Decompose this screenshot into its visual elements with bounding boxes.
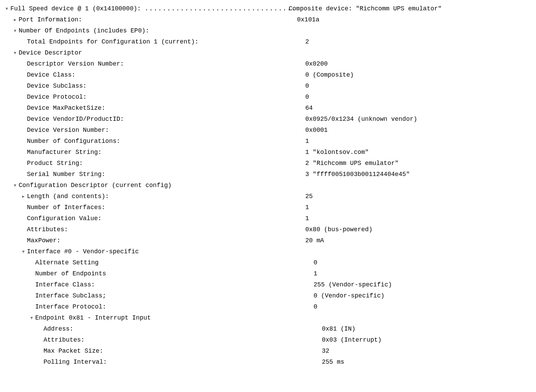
label-text: Max Packet Size:	[44, 347, 103, 354]
label-text: Alternate Setting	[35, 259, 99, 266]
row-value: 0x0001	[305, 125, 530, 136]
row-label: ▼Address:	[6, 324, 322, 335]
row-label: ▼Device Descriptor	[6, 48, 297, 59]
row-label: ▼Full Speed device @ 1 (0x14100000): ...…	[6, 3, 289, 14]
row-label: ▶Length (and contents):	[6, 191, 305, 202]
disclosure-down-icon[interactable]: ▼	[30, 313, 35, 323]
disclosure-down-icon[interactable]: ▼	[14, 180, 19, 191]
tree-row[interactable]: ▶Length (and contents):25	[6, 191, 530, 202]
disclosure-down-icon[interactable]: ▼	[14, 48, 19, 58]
tree-row: ▼Manufacturer String:1 "kolontsov.com"	[6, 147, 530, 158]
label-text: Device Protocol:	[27, 94, 87, 100]
disclosure-spacer: ▼	[39, 324, 44, 334]
label-text: MaxPower:	[27, 237, 60, 244]
disclosure-spacer: ▼	[22, 169, 27, 180]
disclosure-spacer: ▼	[22, 125, 27, 136]
label-text: Number of Interfaces:	[27, 204, 105, 211]
row-value: 1	[305, 213, 530, 224]
disclosure-spacer: ▼	[22, 59, 27, 69]
label-text: Length (and contents):	[27, 193, 109, 200]
row-value: 0	[314, 257, 530, 268]
label-text: Total Endpoints for Configuration 1 (cur…	[27, 38, 199, 45]
row-label: ▼Endpoint 0x81 - Interrupt Input	[6, 313, 314, 324]
label-text: Device Descriptor	[19, 49, 82, 56]
disclosure-right-icon[interactable]: ▶	[22, 192, 27, 202]
row-value: 1	[305, 202, 530, 213]
row-label: ▼Configuration Value:	[6, 213, 305, 224]
row-label: ▼Attributes:	[6, 224, 305, 235]
disclosure-down-icon[interactable]: ▼	[6, 4, 10, 14]
disclosure-spacer: ▼	[22, 92, 27, 102]
row-value: 64	[305, 103, 530, 114]
tree-row: ▼Product String:2 "Richcomm UPS emulator…	[6, 158, 530, 169]
tree-row: ▼Device MaxPacketSize:64	[6, 103, 530, 114]
disclosure-spacer: ▼	[22, 147, 27, 158]
tree-row: ▼Address:0x81 (IN)	[6, 324, 530, 335]
tree-row: ▼Serial Number String:3 "ffff0051003b001…	[6, 169, 530, 180]
tree-row: ▼Attributes:0x80 (bus-powered)	[6, 224, 530, 235]
row-value: 32	[322, 346, 530, 357]
tree-row: ▼Number of Configurations:1	[6, 136, 530, 147]
row-label: ▼Interface Subclass;	[6, 291, 314, 302]
label-text: Port Information:	[19, 16, 82, 23]
row-value: 0x80 (bus-powered)	[305, 224, 530, 235]
tree-row[interactable]: ▼Full Speed device @ 1 (0x14100000): ...…	[6, 3, 530, 14]
row-value	[297, 48, 530, 59]
tree-row: ▼Interface Subclass;0 (Vendor-specific)	[6, 291, 530, 302]
row-value: 1	[305, 136, 530, 147]
row-label: ▼Device Subclass:	[6, 81, 305, 92]
disclosure-spacer: ▼	[39, 357, 44, 368]
tree-row[interactable]: ▶Port Information:0x101a	[6, 14, 530, 26]
label-text: Number of Endpoints	[35, 270, 106, 277]
row-label: ▼Number of Interfaces:	[6, 202, 305, 213]
usb-descriptor-tree: ▼Full Speed device @ 1 (0x14100000): ...…	[6, 3, 530, 368]
label-text: Interface #0 - Vendor-specific	[27, 248, 139, 255]
tree-row[interactable]: ▼Device Descriptor	[6, 48, 530, 59]
disclosure-spacer: ▼	[22, 70, 27, 80]
label-text: Configuration Value:	[27, 215, 102, 222]
leader-dots: ...................................	[145, 5, 301, 12]
row-label: ▼Max Packet Size:	[6, 346, 322, 357]
tree-row[interactable]: ▼Interface #0 - Vendor-specific	[6, 246, 530, 257]
row-value: 2 "Richcomm UPS emulator"	[305, 158, 530, 169]
row-value: 0	[305, 92, 530, 103]
disclosure-down-icon[interactable]: ▼	[14, 26, 19, 36]
disclosure-down-icon[interactable]: ▼	[22, 247, 27, 257]
disclosure-right-icon[interactable]: ▶	[14, 15, 19, 25]
label-text: Number Of Endpoints (includes EP0):	[19, 27, 149, 34]
label-text: Serial Number String:	[27, 171, 105, 178]
tree-row: ▼Descriptor Version Number:0x0200	[6, 59, 530, 70]
disclosure-spacer: ▼	[22, 203, 27, 213]
label-text: Device Subclass:	[27, 82, 87, 89]
row-value: 20 mA	[305, 235, 530, 246]
row-label: ▼Product String:	[6, 158, 305, 169]
row-value: 255 ms	[322, 357, 530, 368]
tree-row[interactable]: ▼Number Of Endpoints (includes EP0):	[6, 26, 530, 37]
label-text: Attributes:	[44, 336, 85, 343]
row-value: 255 (Vendor-specific)	[314, 280, 530, 291]
label-text: Device MaxPacketSize:	[27, 105, 105, 111]
row-value: Composite device: "Richcomm UPS emulator…	[289, 3, 530, 14]
disclosure-spacer: ▼	[22, 37, 27, 47]
label-text: Attributes:	[27, 226, 68, 233]
row-label: ▼Number of Endpoints	[6, 268, 314, 280]
label-text: Interface Subclass;	[35, 292, 106, 299]
tree-row: ▼Device VendorID/ProductID:0x0925/0x1234…	[6, 114, 530, 125]
row-value: 0	[305, 81, 530, 92]
label-text: Endpoint 0x81 - Interrupt Input	[35, 314, 151, 321]
tree-row[interactable]: ▼Endpoint 0x81 - Interrupt Input	[6, 313, 530, 324]
tree-row: ▼Alternate Setting0	[6, 257, 530, 268]
tree-row[interactable]: ▼Configuration Descriptor (current confi…	[6, 180, 530, 191]
tree-row: ▼Total Endpoints for Configuration 1 (cu…	[6, 37, 530, 48]
row-label: ▼Number Of Endpoints (includes EP0):	[6, 26, 297, 37]
tree-row: ▼Interface Protocol:0	[6, 302, 530, 313]
row-value: 3 "ffff0051003b001124404e45"	[305, 169, 530, 180]
row-label: ▶Port Information:	[6, 14, 297, 26]
row-label: ▼Attributes:	[6, 335, 322, 346]
row-value	[297, 26, 530, 37]
row-label: ▼Descriptor Version Number:	[6, 59, 305, 70]
disclosure-spacer: ▼	[30, 291, 35, 301]
disclosure-spacer: ▼	[22, 236, 27, 246]
tree-row: ▼MaxPower:20 mA	[6, 235, 530, 246]
row-value: 0x03 (Interrupt)	[322, 335, 530, 346]
